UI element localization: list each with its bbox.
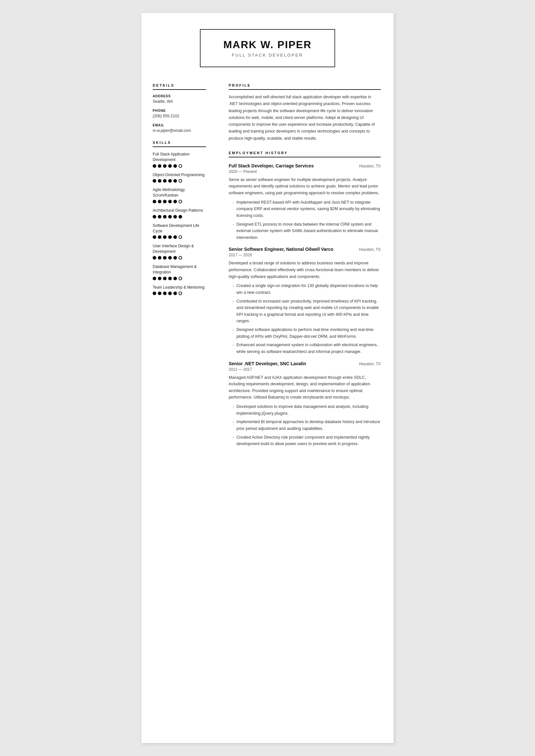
bullet-item: Designed ETL process to move data betwee… — [231, 221, 381, 241]
left-column: DETAILS ADDRESS Seattle, WA PHONE (206) … — [141, 80, 216, 456]
skill-dot — [168, 179, 172, 183]
profile-heading: PROFILE — [229, 83, 381, 90]
skill-dot — [158, 200, 161, 203]
skill-name: Team Leadership & Mentoring — [153, 285, 206, 290]
skill-item: Team Leadership & Mentoring — [153, 285, 206, 295]
right-column: PROFILE Accomplished and self-directed f… — [216, 80, 394, 456]
skill-dot — [168, 235, 172, 239]
address-label: ADDRESS — [153, 94, 206, 98]
skill-dots — [153, 215, 206, 219]
skill-dot — [173, 277, 177, 280]
skill-dot — [173, 256, 177, 259]
bullet-list: Created a single sign-on integration for… — [231, 283, 381, 355]
skill-dot — [168, 277, 172, 280]
skill-dot — [153, 164, 156, 168]
skill-dot — [179, 164, 182, 168]
skill-dot — [163, 277, 167, 280]
skill-dot — [163, 256, 167, 259]
skill-dot — [173, 215, 177, 219]
skill-dot — [179, 256, 182, 259]
skill-name: Full Stack Application Development — [153, 151, 206, 163]
skill-dots — [153, 291, 206, 295]
bullet-item: Designed software applications to perfor… — [231, 326, 381, 340]
jobs-list: Full Stack Developer, Carriage ServicesH… — [229, 163, 381, 447]
skill-item: Full Stack Application Development — [153, 151, 206, 168]
skill-item: Agile Methodology, Scrum/Kanban — [153, 187, 206, 203]
header-area: MARK W. PIPER FULL STACK DEVELOPER — [141, 13, 394, 80]
job-description: Managed ASP.NET and AJAX application dev… — [229, 374, 381, 401]
candidate-title: FULL STACK DEVELOPER — [223, 53, 312, 58]
skill-dot — [173, 164, 177, 168]
skill-item: Database Management & Integration — [153, 264, 206, 280]
skill-dots — [153, 256, 206, 259]
header-box: MARK W. PIPER FULL STACK DEVELOPER — [200, 29, 335, 67]
job-entry: Senior .NET Developer, SNC LavalinHousto… — [229, 361, 381, 447]
skill-dot — [168, 291, 172, 295]
job-location: Houston, TX — [359, 164, 381, 168]
skill-dot — [163, 291, 167, 295]
job-title: Senior Software Engineer, National Oilwe… — [229, 247, 333, 252]
skill-dot — [179, 200, 182, 203]
job-description: Serve as senior software engineer for mu… — [229, 176, 381, 197]
job-header: Senior .NET Developer, SNC LavalinHousto… — [229, 361, 381, 366]
bullet-item: Created Active Directory role provider c… — [231, 434, 381, 447]
skill-dot — [158, 291, 161, 295]
skill-item: Software Development Life Cycle — [153, 223, 206, 239]
job-dates: 2020 — Present — [229, 169, 381, 174]
job-location: Houston, TX — [359, 362, 381, 366]
skill-dot — [173, 235, 177, 239]
skill-dot — [168, 256, 172, 259]
email-value: m.w.piper@email.com — [153, 128, 206, 133]
job-entry: Senior Software Engineer, National Oilwe… — [229, 247, 381, 355]
skill-dot — [158, 235, 161, 239]
skill-dot — [168, 200, 172, 203]
skill-dot — [153, 200, 156, 203]
bullet-item: Created a single sign-on integration for… — [231, 283, 381, 296]
job-description: Developed a broad range of solutions to … — [229, 260, 381, 280]
skill-dot — [163, 200, 167, 203]
skill-dot — [158, 215, 161, 219]
skill-dot — [168, 215, 172, 219]
skill-name: Architectural Design Patterns — [153, 208, 206, 213]
skill-item: User Interface Design & Development — [153, 243, 206, 259]
phone-label: PHONE — [153, 109, 206, 113]
skill-dot — [173, 200, 177, 203]
profile-text: Accomplished and self-directed full stac… — [229, 94, 381, 142]
skill-dot — [153, 179, 156, 183]
job-dates: 2012 — 2017 — [229, 367, 381, 372]
employment-heading: EMPLOYMENT HISTORY — [229, 151, 381, 157]
skill-dot — [163, 215, 167, 219]
skill-dot — [179, 215, 182, 219]
resume-page: MARK W. PIPER FULL STACK DEVELOPER DETAI… — [141, 13, 394, 743]
skill-item: Object-Oriented Programming — [153, 172, 206, 183]
job-header: Full Stack Developer, Carriage ServicesH… — [229, 163, 381, 168]
bullet-item: Enhanced asset management system in coll… — [231, 342, 381, 355]
skill-name: Agile Methodology, Scrum/Kanban — [153, 187, 206, 198]
body-layout: DETAILS ADDRESS Seattle, WA PHONE (206) … — [141, 80, 394, 469]
skill-dots — [153, 277, 206, 280]
job-title: Senior .NET Developer, SNC Lavalin — [229, 361, 306, 366]
skill-dot — [173, 291, 177, 295]
bullet-item: Contributed to increased user productivi… — [231, 298, 381, 325]
phone-value: (206) 555-2102 — [153, 113, 206, 119]
bullet-list: Implemented REST-based API with AutoMapp… — [231, 199, 381, 241]
skill-dots — [153, 235, 206, 239]
skill-item: Architectural Design Patterns — [153, 208, 206, 219]
skill-dot — [163, 235, 167, 239]
bullet-item: Developed solutions to improve data mana… — [231, 403, 381, 417]
skill-dot — [173, 179, 177, 183]
bullet-list: Developed solutions to improve data mana… — [231, 403, 381, 447]
skill-dots — [153, 179, 206, 183]
skills-heading: SKILLS — [153, 141, 206, 147]
skill-dots — [153, 200, 206, 203]
bullet-item: Implemented BI temporal approaches to de… — [231, 418, 381, 432]
skill-dot — [158, 164, 161, 168]
skill-name: Database Management & Integration — [153, 264, 206, 275]
skill-dot — [179, 179, 182, 183]
job-title: Full Stack Developer, Carriage Services — [229, 163, 314, 168]
skill-dot — [179, 235, 182, 239]
job-location: Houston, TX — [359, 247, 381, 252]
skill-dot — [153, 215, 156, 219]
address-value: Seattle, WA — [153, 98, 206, 104]
skill-dot — [158, 277, 161, 280]
